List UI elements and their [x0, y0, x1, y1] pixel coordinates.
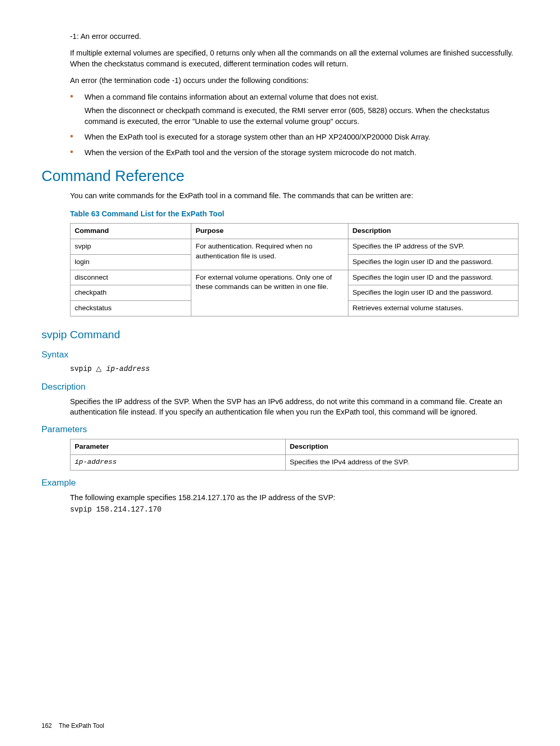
- command-list-table: Command Purpose Description svpip For au…: [70, 223, 519, 316]
- bullet-text: When a command file contains information…: [85, 92, 519, 102]
- cell-cmd: svpip: [71, 239, 191, 254]
- bullet-item: When the ExPath tool is executed for a s…: [70, 132, 519, 142]
- cell-desc: Specifies the IP address of the SVP.: [348, 239, 518, 254]
- command-reference-heading: Command Reference: [41, 165, 519, 187]
- bullet-item: When a command file contains information…: [70, 92, 519, 127]
- table-header-row: Parameter Description: [71, 439, 519, 455]
- table-row: svpip For authentication. Required when …: [71, 239, 519, 254]
- description-heading: Description: [41, 381, 519, 393]
- parameters-table: Parameter Description ip-address Specifi…: [70, 439, 519, 471]
- table-row: disconnect For external volume operation…: [71, 270, 519, 285]
- page-footer: 162 The ExPath Tool: [41, 722, 104, 730]
- col-parameter: Parameter: [71, 439, 286, 455]
- cell-cmd: disconnect: [71, 270, 191, 285]
- page-number: 162: [41, 722, 52, 729]
- syntax-heading: Syntax: [41, 349, 519, 361]
- cell-desc: Specifies the IPv4 address of the SVP.: [285, 455, 518, 471]
- syntax-prefix: svpip: [70, 365, 96, 373]
- footer-title: The ExPath Tool: [59, 722, 104, 729]
- syntax-line: svpip △ ip-address: [70, 364, 519, 375]
- command-reference-para: You can write commands for the ExPath to…: [70, 190, 519, 201]
- cell-desc: Specifies the login user ID and the pass…: [348, 254, 518, 270]
- table-caption: Table 63 Command List for the ExPath Too…: [70, 209, 519, 219]
- delta-icon: △: [96, 364, 102, 372]
- col-purpose: Purpose: [191, 223, 348, 239]
- intro-line-3: An error (the termination code -1) occur…: [70, 75, 519, 86]
- example-para: The following example specifies 158.214.…: [70, 492, 519, 503]
- col-command: Command: [71, 223, 191, 239]
- example-heading: Example: [41, 477, 519, 489]
- syntax-arg: ip-address: [102, 365, 149, 373]
- cell-desc: Specifies the login user ID and the pass…: [348, 285, 518, 301]
- intro-bullet-list: When a command file contains information…: [70, 92, 519, 158]
- bullet-text: When the version of the ExPath tool and …: [85, 147, 519, 158]
- bullet-text: When the ExPath tool is executed for a s…: [85, 132, 519, 142]
- bullet-text-sub: When the disconnect or checkpath command…: [85, 105, 519, 127]
- cell-cmd: checkpath: [71, 285, 191, 301]
- cell-desc: Specifies the login user ID and the pass…: [348, 270, 518, 285]
- bullet-item: When the version of the ExPath tool and …: [70, 147, 519, 158]
- table-header-row: Command Purpose Description: [71, 223, 519, 239]
- col-description: Description: [285, 439, 518, 455]
- cell-cmd: checkstatus: [71, 301, 191, 316]
- cell-purpose: For authentication. Required when no aut…: [191, 239, 348, 270]
- cell-cmd: login: [71, 254, 191, 270]
- intro-line-2: If multiple external volumes are specifi…: [70, 48, 519, 69]
- svpip-command-heading: svpip Command: [41, 327, 519, 342]
- example-code: svpip 158.214.127.170: [70, 505, 519, 515]
- cell-param: ip-address: [71, 455, 286, 471]
- intro-line-1: -1: An error occurred.: [70, 31, 519, 42]
- cell-desc: Retrieves external volume statuses.: [348, 301, 518, 316]
- table-row: ip-address Specifies the IPv4 address of…: [71, 455, 519, 471]
- description-para: Specifies the IP address of the SVP. Whe…: [70, 396, 519, 418]
- col-description: Description: [348, 223, 518, 239]
- parameters-heading: Parameters: [41, 423, 519, 436]
- cell-purpose: For external volume operations. Only one…: [191, 270, 348, 316]
